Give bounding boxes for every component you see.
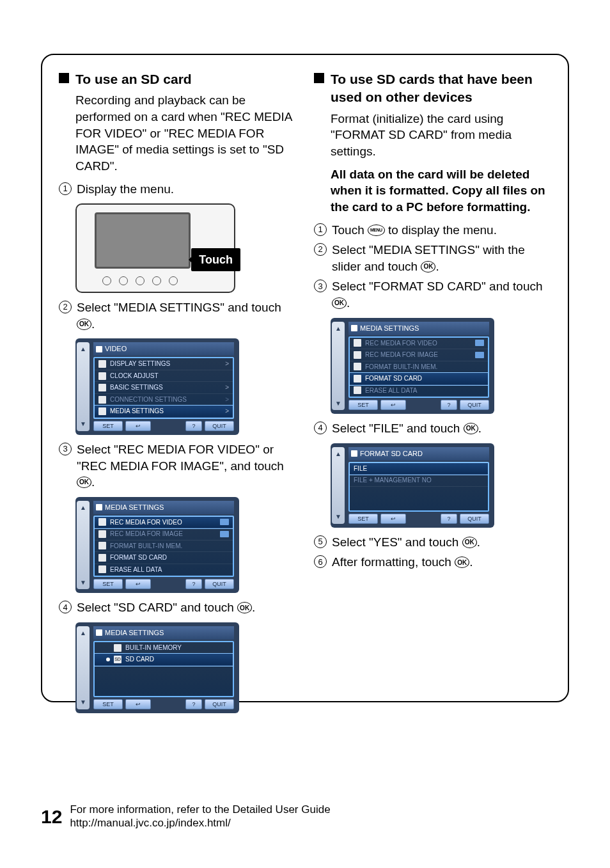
menu-list: BUILT-IN MEMORY SDSD CARD (93, 641, 234, 697)
menu-footer: SET ↩ ? QUIT (348, 400, 489, 410)
row-icon (98, 565, 106, 573)
page-footer: 12 For more information, refer to the De… (41, 803, 331, 830)
menu-item[interactable]: DISPLAY SETTINGS> (95, 358, 233, 370)
ok-icon: OK (421, 261, 435, 272)
menu-figure-1: ▲▼ VIDEO DISPLAY SETTINGS> CLOCK ADJUST … (75, 338, 296, 434)
row-icon (354, 386, 361, 394)
menu-screen[interactable]: ▲▼ FORMAT SD CARD FILE FILE + MANAGEMENT… (331, 443, 494, 528)
ok-icon: OK (462, 537, 477, 548)
heading-text: To use SD cards that have been used on o… (331, 70, 551, 107)
step-text: Select "FILE" and touch OK. (332, 420, 481, 437)
help-button[interactable]: ? (185, 579, 202, 589)
menu-item-selected[interactable]: SDSD CARD (95, 654, 233, 666)
menu-body: FORMAT SD CARD FILE FILE + MANAGEMENT NO… (347, 446, 492, 525)
down-arrow-icon: ▼ (335, 399, 341, 408)
menu-item[interactable]: FORMAT BUILT-IN MEM. (95, 541, 233, 553)
sd-icon: SD (114, 656, 121, 663)
row-icon (354, 363, 361, 370)
step-3-right: 3 Select "FORMAT SD CARD" and touch OK. (314, 278, 551, 311)
step-text: Select "MEDIA SETTINGS" with the slider … (332, 242, 551, 274)
up-arrow-icon: ▲ (335, 450, 341, 459)
quit-button[interactable]: QUIT (205, 699, 234, 709)
menu-item[interactable]: BASIC SETTINGS> (95, 382, 233, 394)
menu-scrollbar[interactable]: ▲▼ (77, 501, 90, 589)
menu-screen[interactable]: ▲▼ MEDIA SETTINGS REC MEDIA FOR VIDEO RE… (331, 318, 494, 414)
menu-scrollbar[interactable]: ▲▼ (332, 447, 345, 524)
menu-screen[interactable]: ▲▼ VIDEO DISPLAY SETTINGS> CLOCK ADJUST … (75, 338, 239, 434)
help-button[interactable]: ? (185, 699, 202, 709)
menu-item[interactable]: FORMAT BUILT-IN MEM. (350, 361, 488, 374)
set-button[interactable]: SET (348, 400, 378, 410)
back-button[interactable]: ↩ (125, 579, 151, 589)
menu-item[interactable]: ERASE ALL DATA (95, 564, 233, 576)
heading-text: To use an SD card (75, 70, 192, 88)
menu-scrollbar[interactable]: ▲▼ (77, 626, 90, 709)
quit-button[interactable]: QUIT (205, 421, 234, 431)
back-button[interactable]: ↩ (125, 421, 151, 431)
menu-scrollbar[interactable]: ▲▼ (77, 342, 90, 430)
menu-item-selected[interactable]: MEDIA SETTINGS> (95, 406, 233, 418)
menu-screen[interactable]: ▲▼ MEDIA SETTINGS REC MEDIA FOR VIDEO RE… (75, 497, 239, 593)
menu-item[interactable]: ERASE ALL DATA (350, 385, 488, 397)
back-button[interactable]: ↩ (125, 699, 151, 709)
menu-item[interactable]: REC MEDIA FOR IMAGE (350, 349, 488, 361)
menu-item-selected[interactable]: REC MEDIA FOR VIDEO (95, 517, 233, 529)
step-number-icon: 2 (59, 301, 72, 313)
menu-item[interactable]: REC MEDIA FOR IMAGE (95, 528, 233, 541)
right-column: To use SD cards that have been used on o… (314, 70, 551, 720)
intro-text-left: Recording and playback can be performed … (75, 92, 296, 174)
row-icon (98, 384, 106, 391)
help-button[interactable]: ? (185, 421, 202, 431)
step-2-right: 2 Select "MEDIA SETTINGS" with the slide… (314, 242, 551, 274)
menu-title: VIDEO (93, 342, 234, 356)
ok-icon: OK (464, 423, 478, 434)
dot-icon (106, 658, 110, 661)
menu-item[interactable]: BUILT-IN MEMORY (95, 642, 233, 654)
menu-item[interactable]: CLOCK ADJUST (95, 370, 233, 383)
step-number-icon: 1 (314, 223, 327, 236)
set-button[interactable]: SET (93, 699, 123, 709)
menu-item-selected[interactable]: FILE (350, 463, 488, 475)
step-text: Select "MEDIA SETTINGS" and touch OK. (77, 299, 296, 332)
menu-item[interactable]: FILE + MANAGEMENT NO (350, 475, 488, 487)
menu-item[interactable]: REC MEDIA FOR VIDEO (350, 338, 488, 350)
quit-button[interactable]: QUIT (460, 400, 489, 410)
camera-screen (95, 212, 191, 269)
quit-button[interactable]: QUIT (205, 579, 234, 589)
set-button[interactable]: SET (93, 421, 123, 431)
step-text: Select "REC MEDIA FOR VIDEO" or "REC MED… (77, 441, 296, 491)
step-text: After formatting, touch OK. (332, 554, 473, 571)
ok-icon: OK (237, 602, 252, 613)
ok-icon: OK (455, 556, 469, 568)
menu-body: MEDIA SETTINGS REC MEDIA FOR VIDEO REC M… (347, 320, 492, 411)
menu-list: FILE FILE + MANAGEMENT NO (348, 462, 489, 512)
set-button[interactable]: SET (348, 514, 378, 524)
footer-line1: For more information, refer to the Detai… (70, 803, 330, 816)
warning-text: All data on the card will be deleted whe… (331, 166, 551, 216)
menu-item-selected[interactable]: FORMAT SD CARD (350, 373, 488, 385)
menu-item[interactable]: FORMAT SD CARD (95, 552, 233, 564)
help-button[interactable]: ? (441, 400, 457, 410)
menu-scrollbar[interactable]: ▲▼ (332, 322, 345, 410)
step-text: Select "SD CARD" and touch OK. (77, 599, 255, 616)
quit-button[interactable]: QUIT (460, 514, 489, 524)
ok-icon: OK (77, 319, 91, 330)
step-number-icon: 6 (314, 555, 327, 568)
menu-screen[interactable]: ▲▼ MEDIA SETTINGS BUILT-IN MEMORY SDSD C… (75, 622, 239, 713)
memory-icon (475, 340, 484, 346)
down-arrow-icon: ▼ (80, 698, 86, 707)
menu-body: MEDIA SETTINGS BUILT-IN MEMORY SDSD CARD… (92, 625, 237, 711)
down-arrow-icon: ▼ (80, 420, 86, 429)
step-text: Select "YES" and touch OK. (332, 534, 480, 551)
step-1-right: 1 Touch MENU to display the menu. (314, 222, 551, 239)
ok-icon: OK (77, 477, 91, 488)
help-button[interactable]: ? (441, 514, 457, 524)
menu-list: REC MEDIA FOR VIDEO REC MEDIA FOR IMAGE … (93, 516, 234, 578)
up-arrow-icon: ▲ (80, 503, 86, 512)
back-button[interactable]: ↩ (380, 514, 406, 524)
menu-item[interactable]: CONNECTION SETTINGS> (95, 394, 233, 406)
set-button[interactable]: SET (93, 579, 123, 589)
back-button[interactable]: ↩ (380, 400, 406, 410)
step-number-icon: 3 (59, 443, 72, 455)
menu-footer: SET ↩ ? QUIT (93, 579, 234, 589)
